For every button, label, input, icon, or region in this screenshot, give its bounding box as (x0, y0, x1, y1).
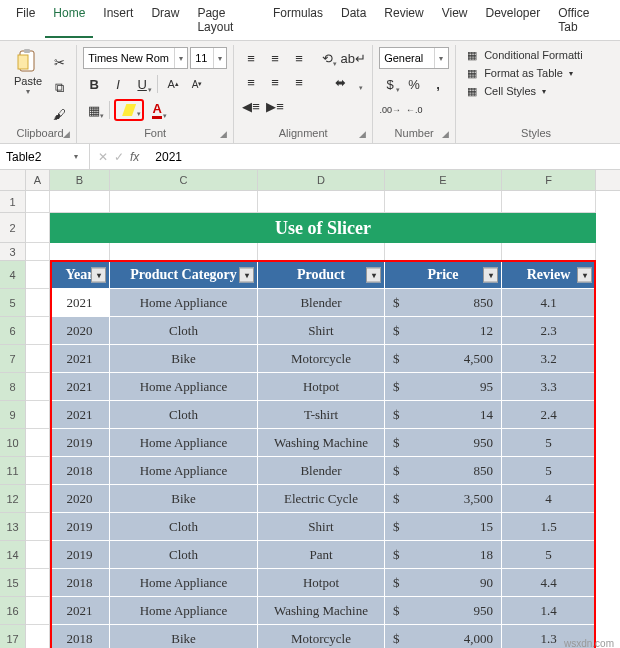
table-cell[interactable]: $4,500 (385, 345, 502, 373)
cell[interactable] (502, 191, 596, 213)
table-cell[interactable]: $850 (385, 457, 502, 485)
table-cell[interactable]: 5 (502, 429, 596, 457)
menu-review[interactable]: Review (376, 2, 431, 38)
cell[interactable] (26, 191, 50, 213)
row-header-16[interactable]: 16 (0, 597, 26, 625)
col-header-B[interactable]: B (50, 170, 110, 190)
increase-decimal-button[interactable]: .00→ (379, 99, 401, 121)
format-painter-button[interactable]: 🖌 (48, 103, 70, 125)
menu-file[interactable]: File (8, 2, 43, 38)
menu-insert[interactable]: Insert (95, 2, 141, 38)
cell[interactable] (502, 243, 596, 261)
table-cell[interactable]: $18 (385, 541, 502, 569)
cell[interactable] (26, 213, 50, 243)
align-launcher[interactable]: ◢ (359, 129, 366, 139)
cell[interactable] (26, 597, 50, 625)
table-cell[interactable]: 2019 (50, 541, 110, 569)
table-cell[interactable]: 1.5 (502, 513, 596, 541)
cell[interactable] (50, 243, 110, 261)
table-cell[interactable]: Cloth (110, 401, 258, 429)
filter-dropdown-icon[interactable]: ▾ (483, 267, 498, 282)
font-size-input[interactable] (191, 48, 213, 68)
cell[interactable] (26, 289, 50, 317)
name-box[interactable]: ▾ (0, 144, 90, 169)
table-cell[interactable]: $95 (385, 373, 502, 401)
copy-button[interactable]: ⧉ (48, 77, 70, 99)
table-cell[interactable]: 2.3 (502, 317, 596, 345)
caret-down-icon[interactable]: ▾ (434, 48, 447, 68)
caret-down-icon[interactable]: ▾ (70, 152, 82, 161)
accept-formula-icon[interactable]: ✓ (114, 150, 124, 164)
table-cell[interactable]: $3,500 (385, 485, 502, 513)
table-cell[interactable]: $14 (385, 401, 502, 429)
table-cell[interactable]: 2.4 (502, 401, 596, 429)
table-cell[interactable]: Bike (110, 345, 258, 373)
row-header-13[interactable]: 13 (0, 513, 26, 541)
row-header-12[interactable]: 12 (0, 485, 26, 513)
row-header-17[interactable]: 17 (0, 625, 26, 648)
number-launcher[interactable]: ◢ (442, 129, 449, 139)
table-cell[interactable]: Home Appliance (110, 457, 258, 485)
table-cell[interactable]: Cloth (110, 513, 258, 541)
table-cell[interactable]: T-shirt (258, 401, 385, 429)
cell[interactable] (26, 401, 50, 429)
fx-button[interactable]: fx (130, 150, 139, 164)
align-top-button[interactable]: ≡ (240, 47, 262, 69)
row-header-5[interactable]: 5 (0, 289, 26, 317)
filter-dropdown-icon[interactable]: ▾ (577, 267, 592, 282)
table-cell[interactable]: 1.4 (502, 597, 596, 625)
cell[interactable] (26, 261, 50, 289)
cell[interactable] (26, 569, 50, 597)
align-center-button[interactable]: ≡ (264, 71, 286, 93)
table-header[interactable]: Product▾ (258, 261, 385, 289)
table-cell[interactable]: 4.1 (502, 289, 596, 317)
name-box-input[interactable] (0, 150, 70, 164)
menu-developer[interactable]: Developer (478, 2, 549, 38)
title-banner[interactable]: Use of Slicer (50, 213, 596, 243)
cell[interactable] (26, 625, 50, 648)
menu-data[interactable]: Data (333, 2, 374, 38)
table-cell[interactable]: Home Appliance (110, 429, 258, 457)
table-cell[interactable]: Home Appliance (110, 569, 258, 597)
cancel-formula-icon[interactable]: ✕ (98, 150, 108, 164)
select-all-corner[interactable] (0, 170, 26, 190)
align-right-button[interactable]: ≡ (288, 71, 310, 93)
font-size-combo[interactable]: ▾ (190, 47, 227, 69)
cell[interactable] (50, 191, 110, 213)
table-cell[interactable]: 2019 (50, 513, 110, 541)
table-cell[interactable]: 2021 (50, 373, 110, 401)
table-cell[interactable]: Motorcycle (258, 625, 385, 648)
table-cell[interactable]: Motorcycle (258, 345, 385, 373)
cell[interactable] (258, 191, 385, 213)
row-header-15[interactable]: 15 (0, 569, 26, 597)
cell[interactable] (26, 317, 50, 345)
decrease-indent-button[interactable]: ◀≡ (240, 95, 262, 117)
clipboard-launcher[interactable]: ◢ (63, 129, 70, 139)
table-cell[interactable]: 2021 (50, 289, 110, 317)
table-cell[interactable]: 5 (502, 457, 596, 485)
table-cell[interactable]: $12 (385, 317, 502, 345)
cell[interactable] (385, 191, 502, 213)
table-cell[interactable]: $850 (385, 289, 502, 317)
table-cell[interactable]: Blender (258, 457, 385, 485)
table-cell[interactable]: 2019 (50, 429, 110, 457)
table-cell[interactable]: Electric Cycle (258, 485, 385, 513)
row-header-9[interactable]: 9 (0, 401, 26, 429)
merge-button[interactable]: ⬌▾ (316, 71, 364, 93)
menu-office-tab[interactable]: Office Tab (550, 2, 612, 38)
col-header-A[interactable]: A (26, 170, 50, 190)
bold-button[interactable]: B (83, 73, 105, 95)
table-cell[interactable]: 4.4 (502, 569, 596, 597)
cell[interactable] (26, 345, 50, 373)
table-cell[interactable]: 2018 (50, 569, 110, 597)
caret-down-icon[interactable]: ▾ (174, 48, 187, 68)
filter-dropdown-icon[interactable]: ▾ (91, 267, 106, 282)
table-cell[interactable]: 2018 (50, 457, 110, 485)
borders-button[interactable]: ▦▾ (83, 99, 105, 121)
col-header-C[interactable]: C (110, 170, 258, 190)
cell[interactable] (26, 457, 50, 485)
percent-button[interactable]: % (403, 73, 425, 95)
table-cell[interactable]: Home Appliance (110, 373, 258, 401)
fill-color-button[interactable]: ▾ (114, 99, 144, 121)
table-cell[interactable]: 3.3 (502, 373, 596, 401)
